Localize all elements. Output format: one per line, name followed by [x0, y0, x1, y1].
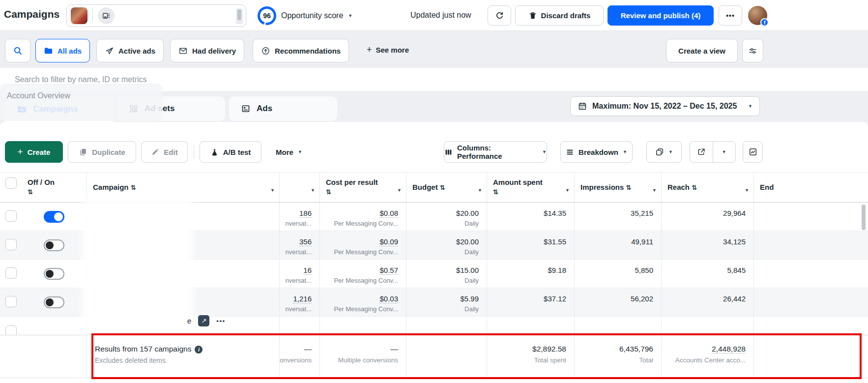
export-button[interactable] — [690, 142, 713, 162]
breakdown-button[interactable]: Breakdown ▼ — [560, 141, 633, 163]
top-bar: Campaigns 96 Opportunity score ▼ Updated… — [0, 0, 868, 31]
plus-icon: + — [367, 45, 372, 55]
chevron-down-icon: ▼ — [311, 185, 315, 195]
chevron-down-icon: ▼ — [565, 185, 570, 195]
filter-chip-all-ads[interactable]: All ads — [35, 39, 90, 62]
header-ends[interactable]: End — [753, 173, 868, 202]
more-menu-button[interactable]: More ▼ — [269, 141, 309, 163]
header-cost-per-result[interactable]: Cost per result ⇅ ▼ — [319, 173, 406, 202]
row-checkbox[interactable] — [5, 325, 17, 335]
search-filter-button[interactable] — [5, 39, 30, 62]
divider — [194, 145, 194, 159]
row-checkbox[interactable] — [5, 296, 17, 307]
updated-status: Updated just now — [410, 11, 471, 20]
plus-icon: + — [18, 147, 23, 157]
summary-title-cell: Results from 157 campaigns i Excludes de… — [87, 335, 279, 378]
account-selector[interactable] — [66, 4, 246, 27]
send-icon — [105, 46, 114, 56]
layers-icon — [655, 147, 664, 156]
reports-button[interactable]: ▼ — [646, 141, 682, 163]
chevron-down-icon: ▼ — [623, 150, 627, 154]
chevron-down-icon: ▼ — [478, 185, 482, 195]
header-budget[interactable]: Budget ⇅ ▼ — [406, 173, 487, 202]
score-ring: 96 — [258, 6, 276, 25]
info-icon[interactable]: i — [195, 346, 203, 354]
ab-test-button[interactable]: A/B test — [200, 141, 261, 163]
header-off-on[interactable]: Off / On ⇅ — [22, 173, 87, 202]
sort-icon: ⇅ — [626, 184, 632, 191]
header-results-truncated[interactable]: ▼ — [279, 173, 319, 202]
campaign-toggle[interactable] — [44, 268, 64, 280]
sort-icon: ⇅ — [440, 184, 445, 191]
charts-button[interactable] — [743, 141, 763, 163]
header-checkbox-cell — [0, 173, 22, 202]
tab-ads[interactable]: Ads — [229, 96, 337, 121]
discard-drafts-button[interactable]: Discard drafts — [515, 5, 604, 26]
opportunity-label: Opportunity score — [281, 11, 343, 20]
see-more-button[interactable]: + See more — [367, 45, 409, 55]
row-hover-tools: e ↗ ••• — [187, 315, 226, 326]
row-checkbox[interactable] — [5, 239, 17, 250]
row-options-icon[interactable]: ••• — [216, 317, 225, 324]
folder-icon — [44, 46, 53, 56]
ads-page-icon — [241, 104, 251, 114]
chevron-down-icon: ▼ — [298, 150, 302, 154]
export-options-button[interactable]: ▼ — [713, 142, 736, 162]
create-button[interactable]: + Create — [5, 141, 63, 163]
campaign-toggle[interactable] — [44, 211, 64, 223]
flask-icon — [210, 148, 219, 156]
more-options-button[interactable]: ••• — [719, 5, 742, 26]
chevron-down-icon: ▼ — [722, 150, 726, 154]
duplicate-button[interactable]: Duplicate — [68, 141, 136, 163]
select-all-checkbox[interactable] — [5, 177, 17, 189]
page-title: Campaigns — [4, 8, 59, 20]
export-icon — [697, 147, 706, 156]
chevron-down-icon: ▼ — [397, 185, 402, 195]
sort-icon: ⇅ — [493, 187, 568, 197]
calendar-icon — [578, 101, 587, 111]
chevron-down-icon: ▼ — [668, 150, 673, 154]
search-placeholder: Search to filter by name, ID or metrics — [15, 75, 147, 84]
chevron-down-icon: ▼ — [748, 104, 752, 109]
create-a-view-button[interactable]: Create a view — [666, 39, 738, 62]
review-and-publish-button[interactable]: Review and publish (4) — [608, 5, 714, 26]
table-header: Off / On ⇅ Campaign ⇅ ▼ ▼ Cost per resul… — [0, 172, 868, 203]
date-range-picker[interactable]: Maximum: Nov 15, 2022 – Dec 15, 2025 ▼ — [570, 96, 760, 116]
vertical-scrollbar[interactable] — [862, 205, 866, 230]
columns-button[interactable]: Columns: Performance ▼ — [444, 141, 547, 163]
header-campaign[interactable]: Campaign ⇅ ▼ — [87, 173, 279, 202]
chevron-down-icon: ▼ — [270, 185, 275, 195]
filter-chip-active-ads[interactable]: Active ads — [96, 39, 164, 62]
header-impressions[interactable]: Impressions ⇅ ▼ — [574, 173, 661, 202]
divider — [92, 9, 93, 23]
filter-settings-button[interactable] — [742, 39, 763, 62]
sort-icon: ⇅ — [692, 184, 697, 191]
facebook-badge-icon: f — [760, 18, 769, 27]
profile-avatar[interactable]: f — [748, 6, 767, 25]
sort-icon: ⇅ — [131, 184, 136, 191]
edit-button[interactable]: Edit — [141, 141, 188, 163]
row-checkbox[interactable] — [5, 210, 17, 222]
refresh-button[interactable] — [488, 5, 511, 26]
filter-chip-recommendations[interactable]: Recommendations — [253, 39, 349, 62]
header-amount-spent[interactable]: Amount spent ⇅ ▼ — [487, 173, 574, 202]
campaign-toggle[interactable] — [44, 296, 64, 308]
ads-manager-screen: Campaigns 96 Opportunity score ▼ Updated… — [0, 0, 868, 383]
opportunity-score[interactable]: 96 Opportunity score ▼ — [258, 6, 352, 26]
account-switcher-icon[interactable] — [98, 7, 115, 24]
campaign-toggle[interactable] — [44, 239, 64, 251]
row-checkbox[interactable] — [5, 267, 17, 279]
copy-icon — [79, 147, 87, 156]
search-icon — [13, 46, 23, 56]
filter-chip-had-delivery[interactable]: Had delivery — [170, 39, 244, 62]
scrollbar[interactable] — [236, 8, 243, 24]
circle-arrow-up-icon — [261, 46, 270, 56]
chevron-down-icon: ▼ — [348, 14, 352, 18]
view-charts-icon[interactable]: ↗ — [198, 315, 209, 326]
account-overview-tooltip: Account Overview — [0, 84, 162, 121]
pencil-icon — [151, 148, 159, 156]
line-chart-icon — [749, 147, 757, 156]
header-reach[interactable]: Reach ⇅ ▼ — [661, 173, 753, 202]
columns-icon — [444, 148, 453, 156]
sliders-icon — [748, 46, 757, 56]
